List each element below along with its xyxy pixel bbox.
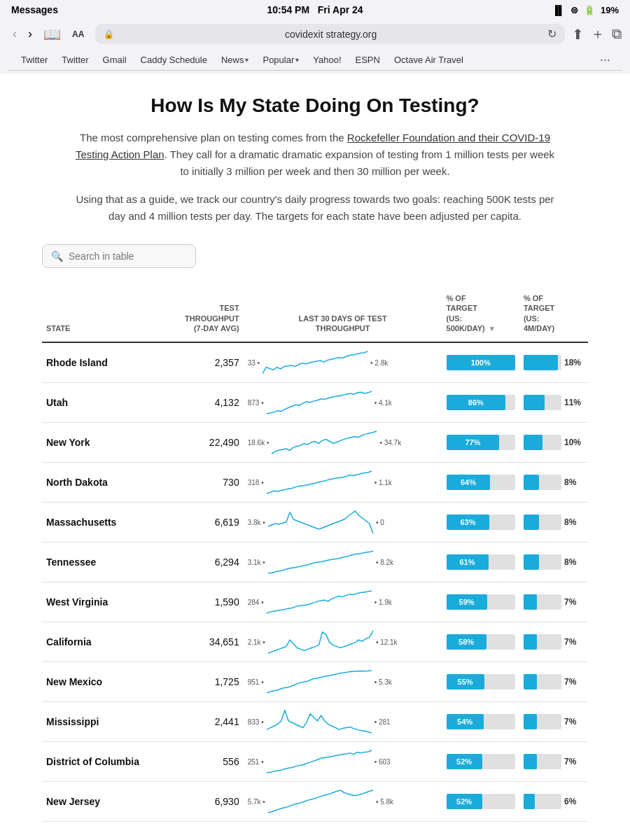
bar-4m: 7% [524,714,584,729]
bookmark-caddy[interactable]: Caddy Schedule [134,52,214,67]
bookmark-gmail[interactable]: Gmail [96,52,134,67]
page-description1: The most comprehensive plan on testing c… [70,130,560,180]
pct-4m-label: 7% [564,597,584,607]
bar-500k: 77% [447,435,515,450]
throughput-value: 2,441 [167,702,244,742]
share-button[interactable]: ⬆ [572,26,584,43]
sparkline-line [267,591,372,613]
sparkline-end-val: • 12.1k [376,638,398,646]
bookmark-octave[interactable]: Octave Air Travel [387,52,470,67]
bar-4m: 7% [524,594,584,610]
sparkline-start-val: 3.8k • [248,519,265,526]
state-name: Rhode Island [42,342,167,383]
pct-500k-label: 58% [458,638,474,646]
sparkline-end-val: • 4.1k [374,399,392,407]
sparkline-chart [267,589,372,615]
search-box[interactable]: 🔍 [42,244,196,268]
pct-500k-label: 61% [460,558,475,566]
sparkline-line [267,471,372,493]
sparkline-cell: 3.8k • • 0 [244,503,442,542]
bar-4m-bg [524,714,561,729]
bookmark-espn[interactable]: ESPN [349,52,387,67]
bar-500k-fill: 59% [447,594,487,610]
pct-4m-label: 7% [564,717,584,727]
battery-icon: 🔋 [584,5,595,15]
pct-4m-cell: 7% [519,582,588,622]
bar-4m-fill [524,554,539,570]
sparkline-chart [268,510,373,535]
throughput-value: 6,930 [167,782,244,822]
bar-500k-bg: 64% [447,475,515,490]
sparkline-cell: 951 • • 5.3k [244,662,442,702]
bookmark-twitter2[interactable]: Twitter [55,52,95,67]
pct-4m-cell: 7% [519,702,588,742]
table-row: Mississippi2,441 833 • • 281 54% [42,702,588,742]
bookmark-popular[interactable]: Popular ▾ [255,52,306,67]
state-name: Tennessee [42,542,167,582]
bar-500k-fill: 86% [447,395,506,410]
pct-500k-label: 52% [456,757,472,766]
pct-4m-cell: 7% [519,622,588,662]
more-bookmarks-button[interactable]: ··· [594,52,616,67]
state-name: District of Columbia [42,742,167,782]
pct-500k-label: 55% [458,678,473,686]
sparkline-chart [268,629,373,654]
bar-4m-fill [524,435,542,450]
bookmark-yahoo[interactable]: Yahoo! [306,52,348,67]
sparkline-cell: 873 • • 4.1k [244,383,442,423]
state-name: Massachusetts [42,503,167,542]
forward-button[interactable]: › [24,25,36,43]
sparkline-cell: 18.6k • • 34.7k [244,423,442,463]
sparkline-end-val: • 34.7k [379,439,401,447]
sparkline-start-val: 33 • [248,359,260,367]
bar-500k: 59% [447,594,515,610]
pct-500k-label: 64% [461,478,476,486]
add-tab-button[interactable]: ＋ [591,24,605,43]
sparkline-end-val: • 5.8k [376,798,393,806]
sparkline-end-val: • 2.8k [370,359,388,367]
pct-4m-label: 8% [564,477,584,487]
rockefeller-link[interactable]: Rockefeller Foundation and their COVID-1… [76,132,550,160]
sparkline-cell: 251 • • 603 [244,742,442,782]
table-row: North Dakota730 318 • • 1.1k 64% [42,463,588,503]
table-row: California34,651 2.1k • • 12.1k 58% [42,622,588,662]
pct-500k-cell: 100% [442,342,519,383]
pct-4m-label: 10% [564,438,584,447]
url-text: covidexit strategy.org [118,29,543,40]
bar-4m-fill [524,794,535,809]
popular-dropdown-icon: ▾ [295,56,299,64]
pct-4m-label: 8% [564,517,584,527]
table-row: West Virginia1,590 284 • • 1.9k 59% [42,582,588,622]
col-header-pct500[interactable]: % OFTARGET(US:500K/DAY) ▼ [442,288,519,342]
nav-arrows: ‹ › [8,25,36,43]
search-input[interactable] [69,251,187,262]
data-table: STATE TESTTHROUGHPUT(7-DAY AVG) LAST 30 … [42,288,588,822]
reload-button[interactable]: ↻ [547,27,556,41]
url-bar[interactable]: 🔒 covidexit strategy.org ↻ [95,24,565,44]
pct-4m-cell: 7% [519,742,588,782]
pct-500k-cell: 58% [442,622,519,662]
sparkline-end-val: • 281 [374,718,391,726]
bar-4m-fill [524,674,537,690]
sparkline-cell: 5.7k • • 5.8k [244,782,442,822]
bar-4m: 7% [524,674,584,690]
sparkline-chart [268,550,373,575]
aa-button[interactable]: AA [68,28,88,41]
sort-arrow-500: ▼ [489,325,496,332]
tabs-button[interactable]: ⧉ [612,26,622,42]
pct-500k-cell: 52% [442,742,519,782]
pct-4m-label: 11% [564,398,584,407]
sparkline-end-val: • 1.9k [374,598,392,606]
bookmarks-button[interactable]: 📖 [43,26,61,43]
bar-500k-bg: 59% [447,594,515,610]
bar-4m-bg [524,594,561,610]
table-row: Massachusetts6,619 3.8k • • 0 63% [42,503,588,542]
table-row: New Jersey6,930 5.7k • • 5.8k 52% [42,782,588,822]
back-button[interactable]: ‹ [8,25,21,43]
bookmark-news[interactable]: News ▾ [214,52,256,67]
pct-500k-label: 54% [457,718,472,726]
sparkline-chart [267,470,372,495]
pct-4m-cell: 6% [519,782,588,822]
bookmark-twitter1[interactable]: Twitter [14,52,55,67]
col-header-last30: LAST 30 DAYS OF TESTTHROUGHPUT [244,288,442,342]
